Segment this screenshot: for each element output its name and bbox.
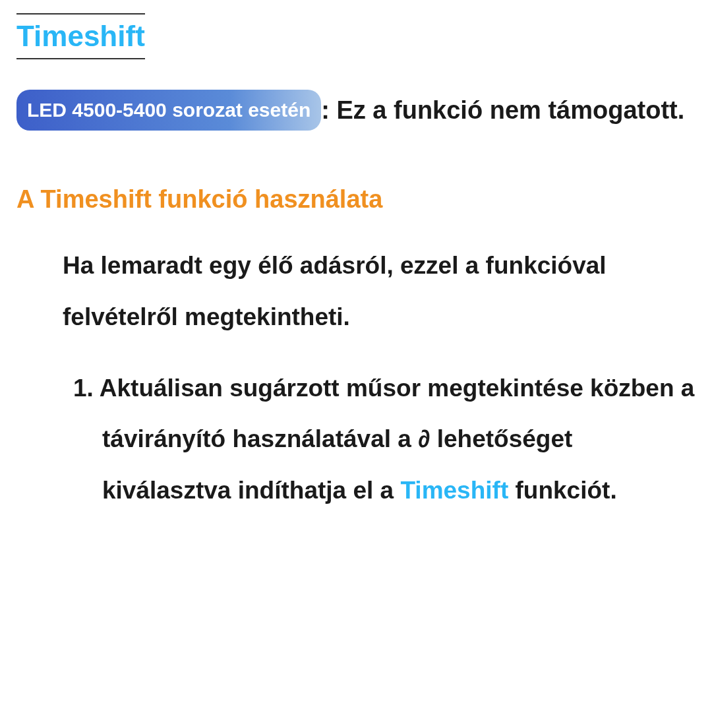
list-number: 1. [73, 375, 94, 402]
section-heading: A Timeshift funkció használata [16, 185, 696, 214]
page-title: Timeshift [16, 20, 145, 53]
list-item-1: 1. Aktuálisan sugárzott műsor megtekinté… [16, 363, 696, 516]
list-text-part1: Aktuálisan sugárzott műsor megtekintése … [100, 375, 695, 453]
timeshift-highlight: Timeshift [400, 477, 508, 504]
model-badge: LED 4500-5400 sorozat esetén [16, 90, 321, 131]
model-note: LED 4500-5400 sorozat esetén: Ez a funkc… [16, 86, 696, 133]
title-container: Timeshift [16, 13, 145, 59]
list-text-part3: funkciót. [508, 477, 616, 504]
play-icon: ∂ [418, 425, 430, 452]
intro-paragraph: Ha lemaradt egy élő adásról, ezzel a fun… [16, 240, 696, 342]
note-text: : Ez a funkció nem támogatott. [321, 96, 684, 124]
